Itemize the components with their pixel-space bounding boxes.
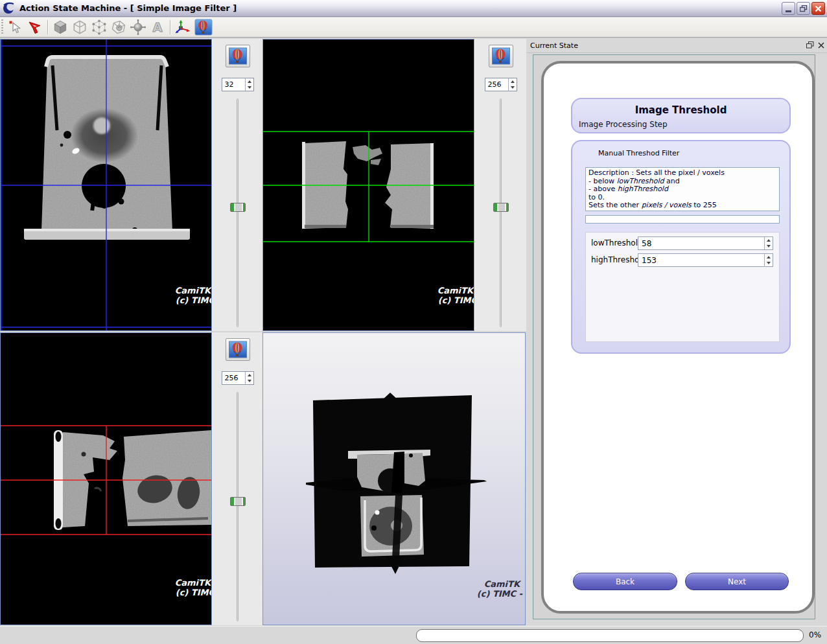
surface-rendering-icon[interactable] <box>51 19 69 36</box>
textured-surface-icon[interactable] <box>110 19 128 36</box>
3d-phantom-lower <box>360 495 424 558</box>
progress-strip <box>585 215 780 224</box>
restore-icon <box>800 5 808 12</box>
coronal-lut-button[interactable] <box>489 45 513 67</box>
text-segment: highThreshold <box>618 185 668 193</box>
sagittal-slice-spinbox[interactable] <box>222 371 254 385</box>
dock-title: Current State <box>530 41 578 50</box>
minimize-button[interactable] <box>782 2 795 15</box>
text-segment: Description : Sets all the pixel / voxel… <box>588 168 725 177</box>
description-line: - above highThreshold <box>588 185 776 194</box>
low-threshold-spin-down[interactable] <box>765 244 773 250</box>
coronal-slider-track[interactable] <box>500 98 502 327</box>
low-threshold-spinbox[interactable] <box>638 236 773 250</box>
filter-group: Manual Threshod Filter Description : Set… <box>571 140 791 354</box>
label-icon[interactable]: A <box>148 19 167 36</box>
lut-image-icon[interactable] <box>193 19 214 36</box>
minimize-icon <box>786 10 791 12</box>
status-bar: 0% <box>0 626 827 644</box>
axial-lut-button[interactable] <box>226 45 250 67</box>
application-window: { "window": { "title": "Action State Mac… <box>0 0 827 644</box>
current-state-dock: Current State Image Threshold Image Proc… <box>526 39 827 626</box>
text-segment: lowThreshold <box>617 177 664 185</box>
low-threshold-label: lowThreshold <box>591 238 643 247</box>
sagittal-slider-panel <box>212 332 262 625</box>
wizard-header: Image Threshold Image Processing Step <box>571 98 791 133</box>
low-threshold-row: lowThreshold <box>586 236 779 250</box>
balloon-image-icon <box>492 47 510 65</box>
camitk-watermark-line2: (c) TIMC - <box>477 589 523 599</box>
sagittal-lut-button[interactable] <box>226 338 250 361</box>
axial-slice-input[interactable] <box>222 78 245 91</box>
axial-spin-down[interactable] <box>246 85 253 91</box>
dock-header[interactable]: Current State <box>526 39 827 53</box>
coronal-spin-down[interactable] <box>509 85 517 91</box>
parameters-box: lowThreshold highThreshold <box>585 232 780 342</box>
3d-scene: CamiTK (c) TIMC - <box>263 333 525 625</box>
camitk-watermark-line2: (c) TIMC <box>176 295 211 305</box>
camitk-watermark-line2: (c) TIMC <box>176 588 211 597</box>
coronal-slider-panel <box>474 39 526 331</box>
close-dock-icon[interactable] <box>818 42 824 49</box>
high-threshold-spinbox[interactable] <box>638 253 773 267</box>
high-threshold-spin-down[interactable] <box>765 260 773 267</box>
progress-percent: 0% <box>809 630 821 639</box>
app-logo-icon <box>3 2 16 15</box>
coronal-slice-spinbox[interactable] <box>485 78 517 91</box>
coronal-slice-input[interactable] <box>485 78 508 91</box>
axial-phantom <box>24 56 190 240</box>
sagittal-slider-track[interactable] <box>237 392 239 621</box>
camitk-watermark-line2: (c) TIMC <box>438 295 474 305</box>
text-segment: pixels / voxels <box>642 201 692 209</box>
high-threshold-spin-up[interactable] <box>765 254 773 260</box>
wizard-title: Image Threshold <box>572 104 789 116</box>
low-threshold-spin-up[interactable] <box>765 237 773 244</box>
high-threshold-row: highThreshold <box>586 253 779 267</box>
sagittal-spin-down[interactable] <box>246 378 253 385</box>
sagittal-slice-input[interactable] <box>222 372 245 384</box>
text-segment: - below <box>588 177 617 185</box>
points-icon[interactable] <box>90 19 108 36</box>
axial-slider-panel <box>212 39 262 331</box>
wizard-subtitle: Image Processing Step <box>579 120 789 129</box>
axial-slice-spinbox[interactable] <box>222 78 254 91</box>
axial-viewport[interactable]: CamiTK (c) TIMC <box>0 39 212 331</box>
3d-viewport[interactable]: CamiTK (c) TIMC - <box>262 332 526 625</box>
wireframe-icon[interactable] <box>71 19 89 36</box>
float-dock-icon[interactable] <box>806 41 814 49</box>
wizard-card: Image Threshold Image Processing Step Ma… <box>541 61 815 614</box>
close-button[interactable] <box>811 2 825 15</box>
picker-icon[interactable] <box>26 19 44 36</box>
sagittal-spin-up[interactable] <box>246 372 253 378</box>
axial-slider-handle[interactable] <box>230 203 246 212</box>
coronal-slice-image: CamiTK (c) TIMC <box>263 40 474 330</box>
title-bar[interactable]: Action State Machine - [ Simple Image Fi… <box>0 0 827 17</box>
coronal-slider-handle[interactable] <box>493 203 509 212</box>
axial-slider-track[interactable] <box>237 98 239 327</box>
3d-axes-icon[interactable] <box>174 19 192 36</box>
sagittal-viewport[interactable]: CamiTK (c) TIMC <box>0 332 212 625</box>
text-segment: - above <box>588 185 618 193</box>
svg-text:A: A <box>152 20 162 35</box>
toolbar-grip[interactable] <box>1 19 3 35</box>
back-button[interactable]: Back <box>573 573 677 590</box>
text-segment: Sets the other <box>588 201 642 209</box>
sagittal-slider-handle[interactable] <box>230 497 246 506</box>
window-title: Action State Machine - [ Simple Image Fi… <box>19 3 237 13</box>
text-segment: and <box>664 177 680 185</box>
coronal-viewport[interactable]: CamiTK (c) TIMC <box>262 39 474 331</box>
toolbar: A <box>0 17 827 38</box>
axial-spin-up[interactable] <box>246 78 253 85</box>
description-box: Description : Sets all the pixel / voxel… <box>585 167 780 211</box>
pointer-icon[interactable] <box>6 19 25 36</box>
coronal-spin-up[interactable] <box>509 78 517 85</box>
low-threshold-input[interactable] <box>638 237 764 249</box>
axial-slice-image: CamiTK (c) TIMC <box>1 40 211 330</box>
high-threshold-input[interactable] <box>638 254 764 266</box>
next-button[interactable]: Next <box>685 573 789 590</box>
coronal-slice-lines <box>263 132 474 242</box>
toolbar-separator <box>47 20 48 34</box>
3d-slice-planes <box>306 393 487 574</box>
glyph-icon[interactable] <box>129 19 147 36</box>
restore-button[interactable] <box>797 2 810 15</box>
